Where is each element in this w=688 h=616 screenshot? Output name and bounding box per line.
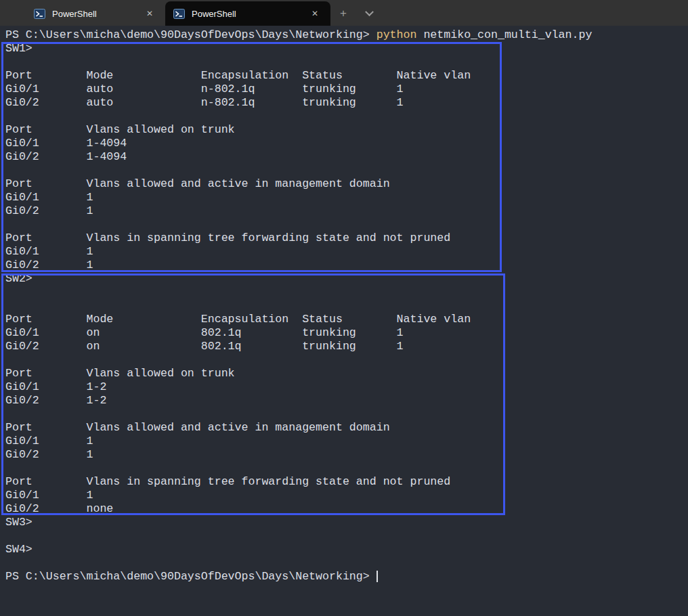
terminal-line: Gi0/1 auto n-802.1q trunking 1 bbox=[5, 83, 688, 96]
terminal-line: Gi0/2 1 bbox=[5, 259, 688, 272]
terminal-line bbox=[5, 218, 688, 232]
powershell-icon bbox=[34, 9, 45, 19]
terminal-line: Port Vlans in spanning tree forwarding s… bbox=[5, 232, 688, 245]
terminal-line: Gi0/1 1 bbox=[5, 191, 688, 204]
terminal-line: Gi0/2 1 bbox=[5, 448, 688, 462]
terminal-line: Gi0/2 1-4094 bbox=[5, 150, 688, 164]
terminal-line: PS C:\Users\micha\demo\90DaysOfDevOps\Da… bbox=[5, 570, 688, 584]
terminal-line bbox=[5, 408, 688, 421]
terminal-line: Gi0/1 1 bbox=[5, 245, 688, 259]
terminal-line bbox=[5, 110, 688, 123]
terminal-line: Gi0/1 1 bbox=[5, 489, 688, 502]
terminal-line: Gi0/1 1 bbox=[5, 435, 688, 448]
terminal-line: Port Vlans in spanning tree forwarding s… bbox=[5, 475, 688, 489]
terminal-line bbox=[5, 462, 688, 475]
terminal-line: SW3> bbox=[5, 516, 688, 529]
powershell-icon bbox=[173, 9, 185, 19]
terminal-line: Gi0/2 1-2 bbox=[5, 394, 688, 408]
terminal-line: SW2> bbox=[5, 272, 688, 286]
terminal-line: Gi0/2 auto n-802.1q trunking 1 bbox=[5, 96, 688, 110]
terminal-line: Gi0/1 1-2 bbox=[5, 380, 688, 394]
chevron-down-icon bbox=[365, 7, 374, 16]
terminal-line: Port Vlans allowed on trunk bbox=[5, 367, 688, 380]
terminal-line: PS C:\Users\micha\demo\90DaysOfDevOps\Da… bbox=[5, 28, 688, 42]
terminal-line bbox=[5, 286, 688, 299]
terminal-line: Gi0/2 on 802.1q trunking 1 bbox=[5, 340, 688, 353]
terminal-line: Port Mode Encapsulation Status Native vl… bbox=[5, 69, 688, 83]
terminal-viewport[interactable]: PS C:\Users\micha\demo\90DaysOfDevOps\Da… bbox=[0, 26, 688, 616]
tab-bar: PowerShell ✕ PowerShell ✕ + bbox=[0, 0, 688, 26]
tab-powershell-1[interactable]: PowerShell ✕ bbox=[26, 1, 165, 26]
close-tab-icon[interactable]: ✕ bbox=[142, 6, 157, 21]
terminal-line: Port Vlans allowed and active in managem… bbox=[5, 421, 688, 435]
terminal-line: Gi0/2 1 bbox=[5, 204, 688, 218]
terminal-line bbox=[5, 299, 688, 313]
tab-powershell-2[interactable]: PowerShell ✕ bbox=[165, 1, 330, 26]
terminal-line: Port Vlans allowed on trunk bbox=[5, 123, 688, 137]
terminal-cursor bbox=[377, 571, 378, 582]
terminal-line bbox=[5, 56, 688, 69]
terminal-line: Gi0/2 none bbox=[5, 502, 688, 516]
close-tab-icon[interactable]: ✕ bbox=[307, 6, 322, 21]
terminal-line: Gi0/1 1-4094 bbox=[5, 137, 688, 150]
terminal-line bbox=[5, 529, 688, 543]
terminal-line: SW1> bbox=[5, 42, 688, 56]
new-tab-button[interactable]: + bbox=[333, 5, 353, 22]
terminal-line: Port Mode Encapsulation Status Native vl… bbox=[5, 313, 688, 326]
tab-title: PowerShell bbox=[192, 9, 307, 19]
tab-title: PowerShell bbox=[52, 9, 142, 19]
terminal-line bbox=[5, 556, 688, 570]
terminal-line bbox=[5, 353, 688, 367]
terminal-output: PS C:\Users\micha\demo\90DaysOfDevOps\Da… bbox=[5, 28, 688, 584]
terminal-line bbox=[5, 164, 688, 177]
terminal-line: Gi0/1 on 802.1q trunking 1 bbox=[5, 326, 688, 340]
terminal-line: Port Vlans allowed and active in managem… bbox=[5, 177, 688, 191]
tab-dropdown-button[interactable] bbox=[359, 5, 379, 22]
terminal-line: SW4> bbox=[5, 543, 688, 556]
